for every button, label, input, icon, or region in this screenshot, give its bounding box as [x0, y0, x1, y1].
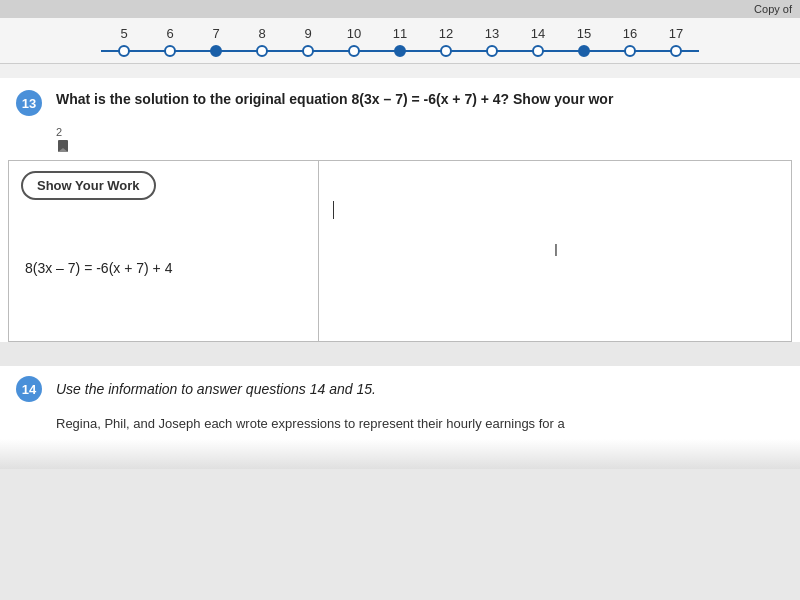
top-bar: Copy of — [0, 0, 800, 18]
question-13-badge: 13 — [16, 90, 42, 116]
section-gap — [0, 350, 800, 366]
text-cursor-bar — [333, 201, 334, 219]
num-7: 7 — [193, 26, 239, 41]
num-10: 10 — [331, 26, 377, 41]
dot-16 — [607, 45, 653, 57]
question-13-block: 13 What is the solution to the original … — [0, 78, 800, 342]
question-14-block: 14 Use the information to answer questio… — [0, 366, 800, 410]
answer-area-13: Show Your Work 8(3x – 7) = -6(x + 7) + 4… — [8, 160, 792, 342]
equation-display: 8(3x – 7) = -6(x + 7) + 4 — [21, 260, 306, 276]
num-16: 16 — [607, 26, 653, 41]
number-line-track — [101, 45, 699, 57]
question-15-preview: Regina, Phil, and Joseph each wrote expr… — [0, 410, 800, 439]
bookmark-icon — [56, 139, 70, 153]
number-line: 5 6 7 8 9 10 11 12 13 14 15 16 17 — [101, 26, 699, 57]
dot-8 — [239, 45, 285, 57]
question-14-text: Use the information to answer questions … — [56, 381, 376, 397]
dot-12 — [423, 45, 469, 57]
dot-17 — [653, 45, 699, 57]
num-13: 13 — [469, 26, 515, 41]
left-panel: Show Your Work 8(3x – 7) = -6(x + 7) + 4 — [9, 161, 319, 341]
number-line-container: 5 6 7 8 9 10 11 12 13 14 15 16 17 — [0, 18, 800, 64]
dot-9 — [285, 45, 331, 57]
points-display: 2 — [56, 126, 70, 156]
num-9: 9 — [285, 26, 331, 41]
question-13-header: 13 What is the solution to the original … — [0, 78, 800, 124]
spacer-top — [0, 64, 800, 78]
number-line-labels: 5 6 7 8 9 10 11 12 13 14 15 16 17 — [101, 26, 699, 41]
question-13-text: What is the solution to the original equ… — [56, 90, 784, 110]
num-6: 6 — [147, 26, 193, 41]
dot-11 — [377, 45, 423, 57]
question-15-text: Regina, Phil, and Joseph each wrote expr… — [56, 416, 565, 431]
num-12: 12 — [423, 26, 469, 41]
dot-7 — [193, 45, 239, 57]
dot-10 — [331, 45, 377, 57]
question-13-meta: 2 — [0, 124, 800, 156]
dot-14 — [515, 45, 561, 57]
num-17: 17 — [653, 26, 699, 41]
dot-5 — [101, 45, 147, 57]
dot-6 — [147, 45, 193, 57]
num-14: 14 — [515, 26, 561, 41]
num-15: 15 — [561, 26, 607, 41]
dot-15 — [561, 45, 607, 57]
bottom-fade — [0, 439, 800, 469]
cursor-i-beam: I — [554, 242, 558, 260]
right-panel[interactable]: I — [319, 161, 791, 341]
show-work-button[interactable]: Show Your Work — [21, 171, 156, 200]
num-8: 8 — [239, 26, 285, 41]
dot-13 — [469, 45, 515, 57]
top-bar-text: Copy of — [754, 3, 792, 15]
num-5: 5 — [101, 26, 147, 41]
num-11: 11 — [377, 26, 423, 41]
question-14-badge: 14 — [16, 376, 42, 402]
